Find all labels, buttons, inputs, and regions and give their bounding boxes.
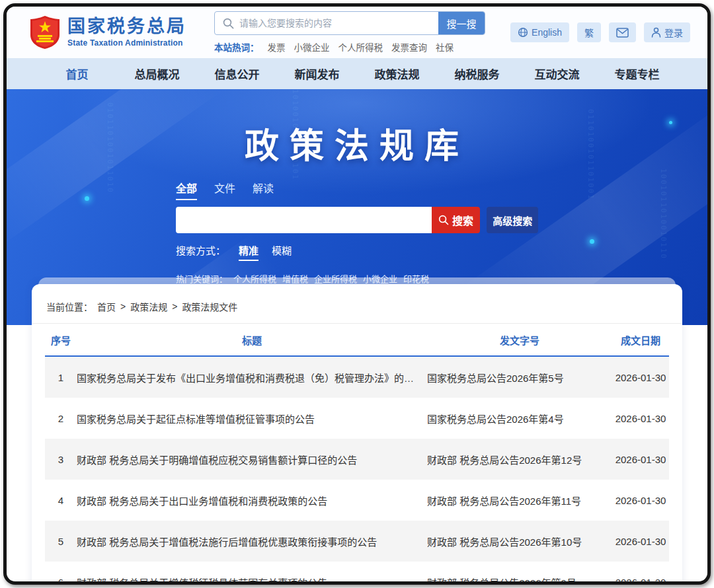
row-doc-no: 财政部 税务总局公告2026年第12号: [427, 453, 612, 466]
header-search-button[interactable]: 搜一搜: [438, 11, 485, 35]
hero-glow-dot: [85, 196, 89, 201]
table-header-row: 序号 标题 发文字号 成文日期: [45, 324, 669, 357]
site-header: 国家税务总局 State Taxation Administration 搜一搜…: [7, 7, 707, 58]
site-hot-words: 本站热词： 发票 小微企业 个人所得税 发票查询 社保: [214, 40, 485, 54]
row-doc-no: 财政部 税务总局公告2026年第11号: [427, 494, 612, 507]
hot-word[interactable]: 社保: [436, 40, 454, 54]
row-seq: 4: [45, 495, 77, 506]
mail-icon: [616, 28, 629, 38]
hero-tabs: 全部 文件 解读: [176, 180, 538, 200]
org-name-en: State Taxation Administration: [67, 39, 186, 48]
table-row[interactable]: 5 财政部 税务总局关于增值税法施行后增值税优惠政策衔接事项的公告 财政部 税务…: [45, 521, 669, 562]
breadcrumb: 当前位置： 首页 > 政策法规 > 政策法规文件: [32, 284, 682, 324]
traditional-chinese-button[interactable]: 繁: [577, 22, 601, 42]
hero-search-row: 搜索 高级搜索: [176, 207, 538, 233]
results-card: 当前位置： 首页 > 政策法规 > 政策法规文件 序号 标题 发文字号 成文日期…: [32, 284, 682, 585]
main-nav: 首页 总局概况 信息公开 新闻发布 政策法规 纳税服务 互动交流 专题专栏: [7, 58, 707, 89]
row-doc-no: 财政部 税务总局公告2026年第10号: [427, 534, 612, 548]
nav-item-info-disclosure[interactable]: 信息公开: [197, 65, 277, 82]
user-icon: [651, 27, 661, 38]
search-icon: [223, 18, 234, 29]
mode-exact[interactable]: 精准: [239, 243, 258, 261]
row-date: 2026-01-30: [612, 495, 669, 506]
search-label: 搜索: [452, 212, 473, 228]
globe-icon: [518, 27, 528, 38]
row-title[interactable]: 财政部 税务总局关于增值税法施行后增值税优惠政策衔接事项的公告: [77, 534, 427, 548]
row-title[interactable]: 财政部 税务总局关于增值税征税具体范围有关事项的公告: [77, 575, 427, 585]
traditional-label: 繁: [584, 26, 594, 39]
nav-item-policies[interactable]: 政策法规: [357, 65, 437, 82]
header-search-area: 搜一搜 本站热词： 发票 小微企业 个人所得税 发票查询 社保: [214, 11, 485, 54]
table-row[interactable]: 3 财政部 税务总局关于明确增值税应税交易销售额计算口径的公告 财政部 税务总局…: [45, 439, 669, 480]
advanced-search-button[interactable]: 高级搜索: [487, 207, 538, 233]
header-search-bar: 搜一搜: [214, 11, 485, 35]
hero-binary-pattern: 1001011010010110: [659, 168, 668, 260]
breadcrumb-policy-files: 政策法规文件: [182, 300, 237, 313]
table-row[interactable]: 6 财政部 税务总局关于增值税征税具体范围有关事项的公告 财政部 税务总局公告2…: [45, 562, 669, 585]
row-date: 2026-01-30: [612, 536, 669, 547]
hot-word[interactable]: 小微企业: [294, 40, 330, 54]
nav-item-home[interactable]: 首页: [37, 65, 117, 82]
tab-documents[interactable]: 文件: [214, 180, 235, 200]
mode-fuzzy[interactable]: 模糊: [272, 243, 292, 260]
row-date: 2026-01-30: [612, 454, 669, 465]
nav-item-special-topics[interactable]: 专题专栏: [597, 65, 677, 82]
row-seq: 3: [45, 454, 77, 465]
row-title[interactable]: 国家税务总局关于起征点标准等增值税征管事项的公告: [77, 412, 427, 425]
breadcrumb-label: 当前位置：: [46, 300, 93, 313]
row-seq: 2: [45, 413, 77, 424]
mail-button[interactable]: [609, 22, 636, 42]
header-quick-actions: English 繁 登录: [510, 22, 690, 42]
row-doc-no: 国家税务总局公告2026年第4号: [427, 412, 612, 425]
search-mode-label: 搜索方式：: [176, 243, 225, 257]
page-title: 政策法规库: [7, 118, 707, 168]
org-name-cn: 国家税务总局: [67, 17, 186, 37]
hero-search-panel: 全部 文件 解读 搜索 高级搜索 搜索方式： 精准 模糊: [176, 180, 538, 285]
hot-words-label: 本站热词：: [214, 40, 259, 54]
col-header-doc-no: 发文字号: [427, 333, 612, 347]
row-date: 2026-01-30: [612, 577, 669, 585]
row-seq: 1: [45, 372, 77, 383]
row-doc-no: 财政部 税务总局公告2026年第9号: [427, 575, 612, 585]
hot-word[interactable]: 个人所得税: [338, 40, 383, 54]
breadcrumb-separator: >: [172, 301, 177, 312]
results-table: 序号 标题 发文字号 成文日期 1 国家税务总局关于发布《出口业务增值税和消费税…: [32, 324, 682, 585]
policy-search-button[interactable]: 搜索: [432, 207, 481, 233]
tab-interpretations[interactable]: 解读: [253, 180, 274, 200]
policy-search-input[interactable]: [176, 207, 432, 233]
site-logo[interactable]: 国家税务总局 State Taxation Administration: [29, 15, 186, 50]
table-row[interactable]: 1 国家税务总局关于发布《出口业务增值税和消费税退（免）税管理办法》的公告 国家…: [45, 357, 669, 398]
row-doc-no: 国家税务总局公告2026年第5号: [427, 371, 612, 385]
row-seq: 6: [45, 577, 77, 585]
tab-all[interactable]: 全部: [176, 180, 197, 200]
english-button[interactable]: English: [510, 22, 569, 42]
breadcrumb-home[interactable]: 首页: [97, 300, 116, 313]
row-seq: 5: [45, 536, 77, 547]
col-header-title: 标题: [77, 333, 427, 347]
row-title[interactable]: 国家税务总局关于发布《出口业务增值税和消费税退（免）税管理办法》的公告: [77, 371, 427, 385]
hot-word[interactable]: 发票查询: [391, 40, 427, 54]
nav-item-news[interactable]: 新闻发布: [277, 65, 357, 82]
row-date: 2026-01-30: [612, 372, 669, 383]
col-header-seq: 序号: [45, 333, 77, 347]
table-row[interactable]: 4 财政部 税务总局关于出口业务增值税和消费税政策的公告 财政部 税务总局公告2…: [45, 480, 669, 521]
table-row[interactable]: 2 国家税务总局关于起征点标准等增值税征管事项的公告 国家税务总局公告2026年…: [45, 398, 669, 439]
row-title[interactable]: 财政部 税务总局关于明确增值税应税交易销售额计算口径的公告: [77, 453, 427, 466]
breadcrumb-separator: >: [120, 301, 126, 312]
breadcrumb-policies[interactable]: 政策法规: [130, 300, 167, 313]
header-search-input[interactable]: [239, 18, 438, 28]
nav-item-interaction[interactable]: 互动交流: [517, 65, 597, 82]
row-title[interactable]: 财政部 税务总局关于出口业务增值税和消费税政策的公告: [77, 494, 427, 507]
nav-item-tax-services[interactable]: 纳税服务: [437, 65, 517, 82]
hot-word[interactable]: 发票: [268, 40, 286, 54]
search-mode-row: 搜索方式： 精准 模糊: [176, 243, 538, 261]
english-label: English: [532, 27, 562, 38]
nav-item-overview[interactable]: 总局概况: [117, 65, 197, 82]
login-label: 登录: [664, 26, 683, 39]
search-icon: [438, 215, 449, 225]
hero-glow-dot: [590, 239, 594, 244]
col-header-date: 成文日期: [612, 333, 669, 347]
national-emblem-icon: [29, 15, 61, 50]
login-button[interactable]: 登录: [644, 22, 690, 42]
row-date: 2026-01-30: [612, 413, 669, 424]
